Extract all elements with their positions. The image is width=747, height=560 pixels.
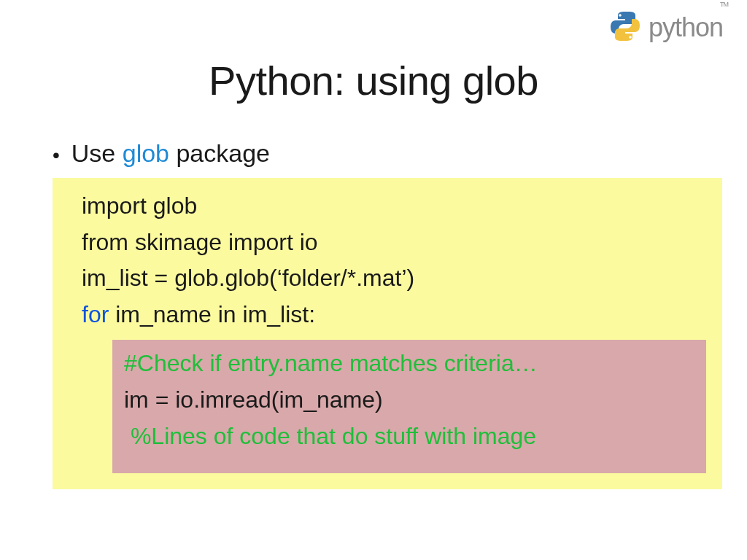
code-comment: #Check if entry.name matches criteria… xyxy=(124,346,694,382)
bullet-text-suffix: package xyxy=(169,139,270,167)
bullet-item: • Use glob package xyxy=(53,139,718,168)
code-line: im = io.imread(im_name) xyxy=(124,382,694,419)
python-logo: pythonTM xyxy=(608,9,731,47)
keyword-for: for xyxy=(82,301,109,327)
svg-point-0 xyxy=(619,14,622,17)
code-line: import glob xyxy=(82,188,706,225)
code-line: from skimage import io xyxy=(82,225,706,261)
code-line: for im_name in im_list: xyxy=(82,297,706,333)
python-logo-icon xyxy=(608,9,643,47)
bullet-text: Use glob package xyxy=(71,139,270,168)
code-text: im_name in im_list: xyxy=(109,301,315,327)
code-comment: %Lines of code that do stuff with image xyxy=(124,419,694,455)
svg-point-1 xyxy=(629,36,632,39)
trademark-symbol: TM xyxy=(720,1,728,8)
keyword-glob: glob xyxy=(123,139,169,167)
slide-content: • Use glob package import glob from skim… xyxy=(0,139,747,489)
python-logo-text: pythonTM xyxy=(649,12,731,43)
bullet-text-prefix: Use xyxy=(71,139,123,167)
code-block-outer: import glob from skimage import io im_li… xyxy=(53,178,722,489)
bullet-marker: • xyxy=(53,145,60,166)
code-block-inner: #Check if entry.name matches criteria… i… xyxy=(112,340,706,473)
code-line: im_list = glob.glob(‘folder/*.mat’) xyxy=(82,260,706,297)
slide-title: Python: using glob xyxy=(0,57,747,104)
